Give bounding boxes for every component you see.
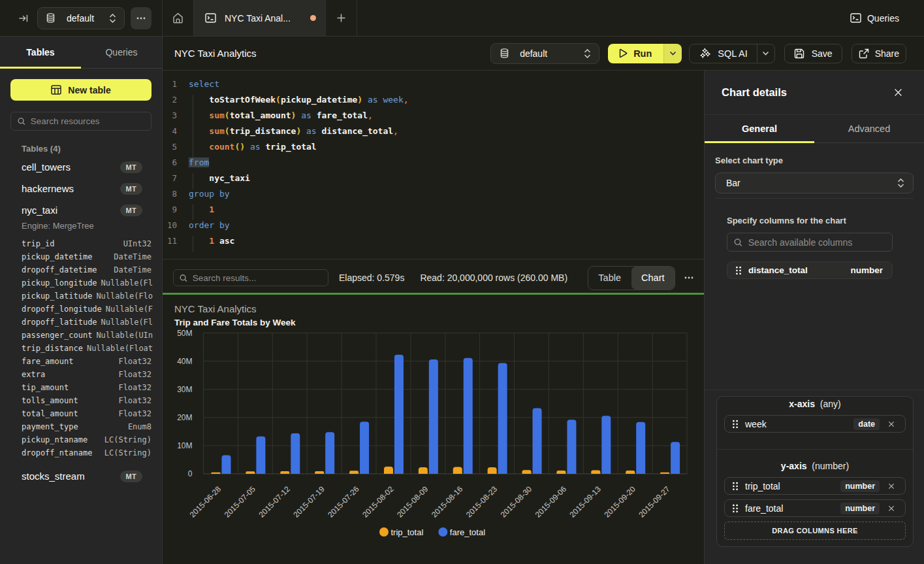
- bar-trip_total-2015-07-19[interactable]: [315, 471, 324, 474]
- code-line-1[interactable]: 1select: [163, 76, 704, 91]
- bar-fare_total-2015-07-12[interactable]: [291, 433, 300, 474]
- column-row-pickup_ntaname[interactable]: pickup_ntanameLC(String): [22, 433, 151, 446]
- bar-trip_total-2015-08-02[interactable]: [384, 467, 393, 474]
- toolbar-database-selector[interactable]: default: [490, 43, 599, 64]
- column-row-pickup_datetime[interactable]: pickup_datetimeDateTime: [22, 250, 151, 263]
- code-line-4[interactable]: 4 sum(trip_distance) as distance_total,: [163, 123, 704, 139]
- column-row-dropoff_longitude[interactable]: dropoff_longitudeNullable(F: [22, 303, 151, 316]
- queries-button[interactable]: Queries: [850, 13, 899, 24]
- bar-fare_total-2015-08-16[interactable]: [464, 358, 473, 474]
- y-axis-chip-trip_total[interactable]: trip_totalnumber: [724, 477, 906, 495]
- panel-tab-advanced[interactable]: Advanced: [814, 115, 924, 142]
- column-row-passenger_count[interactable]: passenger_countNullable(UIn: [22, 329, 151, 342]
- remove-chip-button[interactable]: [888, 483, 895, 489]
- tab-nyc-taxi-analytics[interactable]: NYC Taxi Anal...: [194, 0, 325, 36]
- bar-trip_total-2015-08-30[interactable]: [522, 470, 532, 474]
- column-row-dropoff_ntaname[interactable]: dropoff_ntanameLC(String): [22, 446, 151, 459]
- drag-columns-dropzone[interactable]: DRAG COLUMNS HERE: [724, 522, 906, 540]
- column-row-extra[interactable]: extraFloat32: [22, 368, 151, 381]
- bar-fare_total-2015-08-23[interactable]: [498, 363, 507, 474]
- code-line-6[interactable]: 6from: [163, 154, 704, 170]
- bar-trip_total-2015-09-06[interactable]: [556, 471, 566, 474]
- bar-fare_total-2015-07-05[interactable]: [256, 437, 265, 474]
- code-line-11[interactable]: 11 1 asc: [163, 233, 704, 248]
- column-row-payment_type[interactable]: payment_typeEnum8: [22, 420, 151, 433]
- run-button[interactable]: Run: [608, 44, 682, 63]
- chart-view-button[interactable]: Chart: [631, 267, 675, 290]
- code-line-5[interactable]: 5 count() as trip_total: [163, 139, 704, 154]
- bar-fare_total-2015-08-02[interactable]: [394, 355, 404, 474]
- sidebar-tab-queries[interactable]: Queries: [81, 37, 162, 68]
- column-row-tolls_amount[interactable]: tolls_amountFloat32: [22, 394, 151, 407]
- columns-search[interactable]: [727, 233, 893, 252]
- run-options-button[interactable]: [663, 44, 682, 63]
- code-line-10[interactable]: 10order by: [163, 217, 704, 233]
- remove-chip-button[interactable]: [888, 421, 895, 427]
- save-button[interactable]: Save: [784, 44, 842, 63]
- collapse-sidebar-button[interactable]: [14, 10, 31, 27]
- sql-ai-button[interactable]: SQL AI: [689, 44, 774, 63]
- table-item-nyc_taxi[interactable]: nyc_taxiMT: [22, 199, 151, 221]
- sidebar-tab-tables[interactable]: Tables: [0, 37, 81, 68]
- bar-trip_total-2015-09-20[interactable]: [626, 471, 635, 474]
- legend-item-trip_total[interactable]: trip_total: [379, 527, 423, 537]
- bar-trip_total-2015-08-09[interactable]: [419, 467, 428, 474]
- column-row-dropoff_datetime[interactable]: dropoff_datetimeDateTime: [22, 263, 151, 276]
- home-tab[interactable]: [163, 0, 193, 36]
- code-line-3[interactable]: 3 sum(total_amount) as fare_total,: [163, 107, 704, 123]
- bar-fare_total-2015-07-26[interactable]: [360, 422, 369, 474]
- remove-chip-button[interactable]: [888, 505, 895, 512]
- table-item-hackernews[interactable]: hackernewsMT: [22, 178, 151, 199]
- results-more-button[interactable]: [682, 276, 696, 279]
- code-line-9[interactable]: 9 1: [163, 201, 704, 217]
- bar-fare_total-2015-06-28[interactable]: [222, 456, 231, 474]
- table-view-button[interactable]: Table: [588, 267, 631, 290]
- results-search[interactable]: [173, 269, 328, 286]
- results-search-input[interactable]: [193, 273, 322, 283]
- column-row-pickup_longitude[interactable]: pickup_longitudeNullable(Fl: [22, 276, 151, 290]
- column-row-total_amount[interactable]: total_amountFloat32: [22, 407, 151, 420]
- y-axis-chip-fare_total[interactable]: fare_totalnumber: [724, 499, 906, 517]
- share-button[interactable]: Share: [852, 44, 906, 63]
- bar-fare_total-2015-08-30[interactable]: [533, 408, 542, 474]
- available-column-distance-total[interactable]: distance_total number: [727, 261, 893, 279]
- bar-trip_total-2015-07-12[interactable]: [280, 471, 289, 474]
- code-line-8[interactable]: 8group by: [163, 186, 704, 201]
- sql-ai-options-button[interactable]: [757, 44, 774, 63]
- bar-fare_total-2015-09-27[interactable]: [671, 442, 680, 474]
- run-button-main[interactable]: Run: [608, 44, 663, 63]
- new-table-button[interactable]: New table: [10, 79, 151, 101]
- bar-trip_total-2015-06-28[interactable]: [212, 473, 221, 474]
- database-selector[interactable]: default: [37, 7, 125, 29]
- bar-fare_total-2015-09-13[interactable]: [601, 416, 611, 474]
- sidebar-search[interactable]: [10, 112, 151, 131]
- chart-type-select[interactable]: Bar: [715, 173, 914, 193]
- bar-trip_total-2015-09-13[interactable]: [591, 470, 600, 474]
- bar-trip_total-2015-09-27[interactable]: [660, 473, 669, 474]
- sql-editor[interactable]: 1select2 toStartOfWeek(pickup_datetime) …: [163, 71, 704, 259]
- column-row-fare_amount[interactable]: fare_amountFloat32: [22, 355, 151, 368]
- column-row-dropoff_latitude[interactable]: dropoff_latitudeNullable(Fl: [22, 316, 151, 329]
- close-panel-button[interactable]: [894, 88, 902, 97]
- bar-fare_total-2015-08-09[interactable]: [429, 359, 438, 474]
- bar-chart[interactable]: 010M20M30M40M50M2015-06-282015-07-052015…: [163, 295, 703, 564]
- sidebar-search-input[interactable]: [31, 116, 144, 126]
- code-line-2[interactable]: 2 toStartOfWeek(pickup_datetime) as week…: [163, 91, 704, 107]
- columns-search-input[interactable]: [748, 237, 885, 248]
- bar-fare_total-2015-09-20[interactable]: [636, 422, 645, 474]
- sql-ai-main[interactable]: SQL AI: [690, 44, 756, 63]
- column-row-tip_amount[interactable]: tip_amountFloat32: [22, 381, 151, 394]
- bar-trip_total-2015-08-23[interactable]: [488, 467, 497, 474]
- bar-trip_total-2015-07-26[interactable]: [349, 471, 358, 474]
- column-row-trip_distance[interactable]: trip_distanceNullable(Float: [22, 342, 151, 355]
- table-item-stocks_stream[interactable]: stocks_streamMT: [22, 465, 151, 487]
- bar-fare_total-2015-07-19[interactable]: [325, 432, 334, 474]
- sidebar-more-button[interactable]: [131, 7, 151, 29]
- code-line-7[interactable]: 7 nyc_taxi: [163, 170, 704, 186]
- bar-trip_total-2015-08-16[interactable]: [453, 467, 462, 474]
- table-item-cell_towers[interactable]: cell_towersMT: [22, 156, 151, 178]
- legend-item-fare_total[interactable]: fare_total: [438, 527, 485, 537]
- x-axis-chip-week[interactable]: weekdate: [724, 415, 906, 433]
- column-row-pickup_latitude[interactable]: pickup_latitudeNullable(Flo: [22, 290, 151, 303]
- column-row-trip_id[interactable]: trip_idUInt32: [22, 237, 151, 250]
